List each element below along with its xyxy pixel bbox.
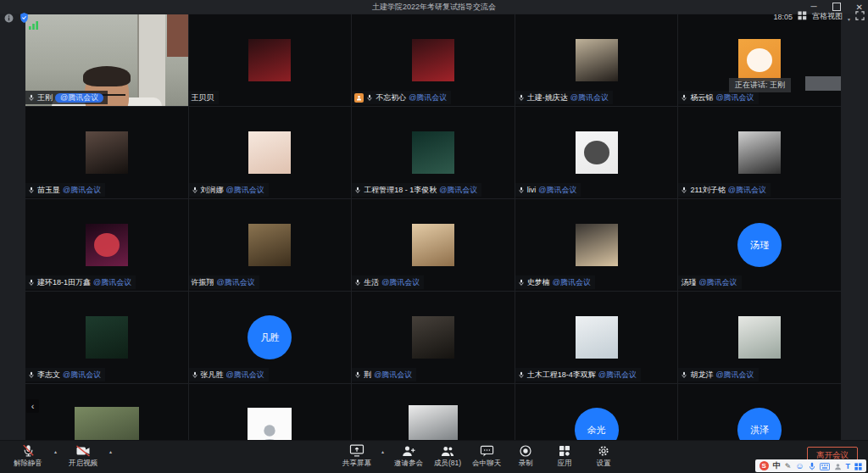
ime-skin-icon[interactable]: T [846,462,851,470]
participant-tile[interactable]: 建环18-1田万鑫@腾讯会议 [25,199,188,291]
ime-keyboard-icon[interactable] [820,459,830,473]
participant-name: 李志文 [37,370,60,381]
participant-name: 史梦楠 [527,277,550,288]
meeting-suffix: @腾讯会议 [553,277,591,288]
participant-name-label: 杨云锦@腾讯会议 [678,91,758,104]
ime-toolbar: S 中 ✎ ☺ T [755,459,866,472]
participant-tile[interactable]: 汤瑾汤瑾@腾讯会议 [678,199,841,291]
participant-tile[interactable]: 苗玉显@腾讯会议 [25,107,188,198]
participant-tile[interactable]: 荆@腾讯会议 [352,292,515,383]
meeting-suffix: @腾讯会议 [598,370,637,381]
participant-name-label: 李志文@腾讯会议 [25,368,105,381]
participant-name-label: 王刚@腾讯会议 [25,91,108,104]
mic-icon [518,186,525,194]
avatar-shiba-dog-photo [412,224,454,266]
share-options-caret[interactable]: ▴ [381,448,384,454]
mic-icon [192,371,198,379]
prev-page-button[interactable]: ‹ [26,399,39,413]
meeting-suffix: @腾讯会议 [728,185,766,196]
meeting-suffix: @腾讯会议 [374,370,412,381]
participant-tile[interactable]: 许振翔@腾讯会议 [189,199,352,291]
ime-emoji-icon[interactable]: ☺ [795,462,804,470]
mic-icon [354,371,361,379]
participant-tile[interactable]: 211刘子铭@腾讯会议 [678,107,841,198]
maximize-button[interactable] [832,3,841,11]
avatar-husky-dog-photo [409,405,458,441]
apps-button[interactable]: 应用 [550,443,579,469]
avatar-person-with-drink-photo [412,316,454,359]
participant-tile[interactable]: 凡胜张凡胜@腾讯会议 [189,292,352,383]
view-mode-selector[interactable]: 宫格视图 [812,11,843,22]
audio-options-caret[interactable]: ▴ [54,448,57,454]
close-button[interactable]: ✕ [856,3,863,12]
record-label: 录制 [519,459,533,469]
mic-icon [518,279,525,287]
avatar-initials-circle: 凡胜 [248,315,292,359]
ime-pen-icon[interactable]: ✎ [785,462,792,470]
participant-tile[interactable] [25,384,188,441]
start-video-button[interactable]: 开启视频 [69,443,97,469]
unmute-button[interactable]: 解除静音 [14,443,42,469]
meeting-suffix: @腾讯会议 [715,370,754,381]
participant-tile[interactable]: 土木工程18-4李双辉@腾讯会议 [515,292,678,383]
minimize-button[interactable]: ─ [811,3,817,10]
mic-icon [28,186,35,194]
ime-toolbox-icon[interactable] [854,459,862,473]
sogou-logo-icon[interactable]: S [760,461,769,470]
participant-tile[interactable]: 洪泽 [678,384,841,441]
unmute-label: 解除静音 [14,459,42,469]
invite-button[interactable]: 邀请参会 [394,443,423,469]
participant-name-label: 工程管理18 - 1李俊秋@腾讯会议 [352,183,481,197]
participant-name-label: 王贝贝 [189,91,219,104]
participant-tile[interactable]: 土建-姚庆达@腾讯会议 [515,14,678,106]
share-screen-button[interactable]: 共享屏幕 [342,443,371,469]
mic-icon [28,94,35,102]
settings-gear-icon [597,443,610,458]
security-shield-icon[interactable] [19,11,29,26]
ime-person-icon[interactable] [834,459,842,473]
mic-icon [518,94,525,102]
participant-tile[interactable]: livi@腾讯会议 [515,107,678,198]
meeting-suffix: @腾讯会议 [715,92,754,103]
participant-name: 土建-姚庆达 [527,92,568,103]
meeting-window: 土建学院2022年考研复试指导交流会 ─ ✕ 18:05 宫格视图 ▾ 王刚@腾… [0,0,868,473]
participant-name: 刘润娜 [201,185,224,196]
video-options-caret[interactable]: ▴ [109,448,112,454]
meeting-suffix: @腾讯会议 [63,370,101,381]
mic-icon [28,371,35,379]
avatar-abstract-colorful-art [86,224,128,266]
meeting-info-icon[interactable] [4,11,14,26]
ime-mic-icon[interactable] [809,459,815,473]
meeting-suffix: @腾讯会议 [409,92,447,103]
settings-button[interactable]: 设置 [589,443,618,469]
participant-name-label: 土木工程18-4李双辉@腾讯会议 [515,368,641,381]
participant-tile[interactable]: 不忘初心@腾讯会议 [352,14,515,106]
fullscreen-icon[interactable] [855,11,865,22]
chat-label: 会中聊天 [472,459,501,469]
members-button[interactable]: 成员(81) [433,443,462,469]
mic-muted-icon [21,443,36,458]
participant-tile[interactable]: 王贝贝 [189,14,352,106]
participant-tile[interactable] [189,384,352,441]
participant-tile[interactable]: 余光 [515,384,678,441]
participant-tile[interactable]: 工程管理18 - 1李俊秋@腾讯会议 [352,107,515,198]
record-button[interactable]: 录制 [511,443,540,469]
chat-button[interactable]: 会中聊天 [472,443,501,469]
avatar-initials-circle: 洪泽 [737,408,782,441]
avatar-puppy-on-bed-photo [576,224,618,266]
tooltip-remnant [805,76,841,91]
participant-tile[interactable]: 刘润娜@腾讯会议 [189,107,352,198]
meeting-suffix: @腾讯会议 [381,277,420,288]
participant-tile[interactable] [352,384,515,441]
ime-language-mode[interactable]: 中 [773,460,781,471]
clock-time: 18:05 [773,13,793,21]
meeting-suffix: @腾讯会议 [226,370,264,381]
participant-tile[interactable]: 胡龙洋@腾讯会议 [678,292,841,383]
participant-tile[interactable]: 生活@腾讯会议 [352,199,515,291]
mic-icon [354,279,361,287]
view-mode-caret-icon[interactable]: ▾ [848,16,850,22]
participant-tile[interactable]: 史梦楠@腾讯会议 [515,199,678,291]
participant-tile[interactable]: 李志文@腾讯会议 [25,292,188,383]
participant-name-label: 土建-姚庆达@腾讯会议 [515,91,613,104]
participant-tile[interactable]: 王刚@腾讯会议 [25,14,188,106]
